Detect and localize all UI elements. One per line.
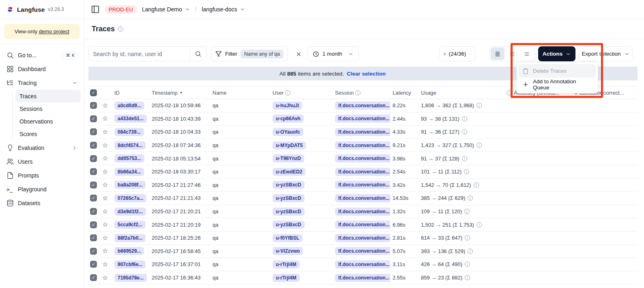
session-badge[interactable]: lf.docs.conversation... <box>335 274 390 282</box>
col-id[interactable]: ID <box>112 90 149 96</box>
session-badge[interactable]: lf.docs.conversation... <box>335 260 390 269</box>
star-icon[interactable]: ☆ <box>102 182 108 188</box>
col-session[interactable]: Session i <box>333 90 390 96</box>
user-badge[interactable]: u-rTrjI4M <box>273 260 300 269</box>
actions-button[interactable]: Actions <box>538 46 575 61</box>
clear-selection-link[interactable]: Clear selection <box>347 71 386 77</box>
user-badge[interactable]: u-yzSBxcD <box>273 181 305 189</box>
user-badge[interactable]: u-OYauofc <box>273 128 303 136</box>
sidebar-item-scores[interactable]: Scores <box>15 128 81 140</box>
trace-id-badge[interactable]: 88f2a7b0... <box>114 234 146 242</box>
demo-project-link[interactable]: demo project <box>39 28 69 35</box>
sidebar-item-prompts[interactable]: Prompts <box>3 169 81 182</box>
columns-button[interactable]: (24/36) <box>439 46 475 61</box>
row-checkbox[interactable]: ✓ <box>90 221 97 228</box>
user-badge[interactable]: u-T98YnzD <box>273 154 304 162</box>
clear-filter-button[interactable] <box>293 48 304 60</box>
col-user[interactable]: User i <box>270 90 333 96</box>
session-badge[interactable]: lf.docs.conversation... <box>335 141 390 149</box>
table-row[interactable]: ✓ ☆ 8dcf4574... 2025-02-18 07:34:36 qa u… <box>88 139 638 152</box>
session-badge[interactable]: lf.docs.conversation... <box>335 128 390 136</box>
trace-id-badge[interactable]: 5cca9cf2... <box>114 221 146 229</box>
trace-id-badge[interactable]: 907cbf6e... <box>114 260 146 269</box>
session-badge[interactable]: lf.docs.conversation... <box>335 208 390 216</box>
star-icon[interactable]: ☆ <box>102 208 108 215</box>
row-checkbox[interactable]: ✓ <box>90 142 97 149</box>
trace-id-badge[interactable]: 8dcf4574... <box>114 141 146 149</box>
row-checkbox[interactable]: ✓ <box>90 234 97 241</box>
col-name[interactable]: Name <box>210 90 270 96</box>
star-icon[interactable]: ☆ <box>102 261 108 268</box>
sidebar-item-tracing[interactable]: Tracing <box>3 76 81 90</box>
trace-id-badge[interactable]: b669529... <box>114 247 144 255</box>
sidebar-item-goto[interactable]: Go to... ⌘ K <box>3 48 81 62</box>
trace-id-badge[interactable]: 8b66a34... <box>114 168 144 176</box>
col-timestamp[interactable]: Timestamp▼ <box>149 90 210 96</box>
user-badge[interactable]: u-yzSBxcD <box>273 221 305 229</box>
row-checkbox[interactable]: ✓ <box>90 208 97 215</box>
star-icon[interactable]: ☆ <box>102 221 108 228</box>
star-icon[interactable]: ☆ <box>102 155 108 162</box>
row-checkbox[interactable]: ✓ <box>90 168 97 175</box>
sidebar-item-traces[interactable]: Traces <box>15 90 81 102</box>
org-switcher[interactable]: Langfuse Demo <box>142 6 190 13</box>
trace-id-badge[interactable]: dd05753... <box>114 154 144 162</box>
star-icon[interactable]: ☆ <box>102 142 108 149</box>
search-submit[interactable] <box>189 47 206 61</box>
row-checkbox[interactable]: ✓ <box>90 102 97 109</box>
row-checkbox[interactable]: ✓ <box>90 128 97 135</box>
sidebar-item-playground[interactable]: >_ Playground <box>3 182 81 196</box>
env-badge[interactable]: PROD-EU <box>105 5 137 14</box>
star-icon[interactable]: ☆ <box>102 195 108 201</box>
row-checkbox[interactable]: ✓ <box>90 248 97 255</box>
trace-id-badge[interactable]: a0cd0d9... <box>114 102 144 110</box>
session-badge[interactable]: lf.docs.conversation... <box>335 154 390 162</box>
star-icon[interactable]: ☆ <box>102 248 108 254</box>
table-row[interactable]: ✓ ☆ 8b66a34... 2025-02-18 03:30:17 qa u-… <box>88 165 638 179</box>
star-icon[interactable]: ☆ <box>102 129 108 135</box>
user-badge[interactable]: u-rTrjI4M <box>273 274 300 282</box>
sidebar-item-observations[interactable]: Observations <box>15 115 81 128</box>
table-row[interactable]: ✓ ☆ 88f2a7b0... 2025-02-17 18:25:26 qa u… <box>88 232 638 245</box>
table-row[interactable]: ✓ ☆ ba8a208f... 2025-02-17 21:27:46 qa u… <box>88 179 638 192</box>
row-checkbox[interactable]: ✓ <box>90 182 97 188</box>
user-badge[interactable]: u-f0YfBSL <box>273 234 303 242</box>
session-badge[interactable]: lf.docs.conversation... <box>335 102 390 110</box>
row-checkbox[interactable]: ✓ <box>90 195 97 201</box>
user-badge[interactable]: u-yzSBxcD <box>273 194 305 202</box>
table-row[interactable]: ✓ ☆ dd05753... 2025-02-18 05:13:54 qa u-… <box>88 152 638 165</box>
sidebar-item-users[interactable]: Users <box>3 155 81 169</box>
col-usage[interactable]: Usage <box>419 90 504 96</box>
row-height-medium-button[interactable] <box>505 48 519 60</box>
export-selection-button[interactable]: Export selection <box>579 46 633 61</box>
star-icon[interactable]: ☆ <box>102 102 108 109</box>
sidebar-item-datasets[interactable]: Datasets <box>3 196 81 210</box>
star-icon[interactable]: ☆ <box>102 169 108 175</box>
row-checkbox[interactable]: ✓ <box>90 155 97 162</box>
table-row[interactable]: ✓ ☆ 907cbf6e... 2025-02-17 16:37:01 qa u… <box>88 258 638 271</box>
table-row[interactable]: ✓ ☆ 084c739... 2025-02-18 10:04:33 qa u-… <box>88 126 638 139</box>
star-icon[interactable]: ☆ <box>102 115 108 122</box>
table-row[interactable]: ✓ ☆ b669529... 2025-02-17 16:58:45 qa u-… <box>88 245 638 258</box>
session-badge[interactable]: lf.docs.conversation... <box>335 247 390 255</box>
row-height-large-button[interactable] <box>520 48 534 60</box>
trace-id-badge[interactable]: d3e9d1f2... <box>114 208 146 216</box>
filter-button[interactable]: Filter Name any of qa <box>211 46 288 61</box>
row-checkbox[interactable]: ✓ <box>90 274 97 281</box>
table-row[interactable]: ✓ ☆ d3e9d1f2... 2025-02-17 21:20:21 qa u… <box>88 205 638 219</box>
sidebar-item-dashboard[interactable]: Dashboard <box>3 62 81 76</box>
col-latency[interactable]: Latency <box>390 90 419 96</box>
user-badge[interactable]: u-cp66Avh <box>273 115 304 123</box>
session-badge[interactable]: lf.docs.conversation... <box>335 115 390 123</box>
session-badge[interactable]: lf.docs.conversation... <box>335 168 390 176</box>
search-input[interactable] <box>89 47 189 61</box>
session-badge[interactable]: lf.docs.conversation... <box>335 234 390 242</box>
row-height-small-button[interactable] <box>491 48 504 60</box>
sidebar-item-sessions[interactable]: Sessions <box>15 102 81 115</box>
row-checkbox[interactable]: ✓ <box>90 115 97 122</box>
sidebar-toggle-icon[interactable] <box>91 5 100 14</box>
sidebar-item-evaluation[interactable]: Evaluation <box>3 141 81 155</box>
col-extra-score[interactable]: # c... <box>635 90 638 96</box>
table-row[interactable]: ✓ ☆ a0cd0d9... 2025-02-18 10:59:46 qa u-… <box>88 99 638 113</box>
menu-item-delete-traces[interactable]: Delete Traces <box>519 64 596 78</box>
